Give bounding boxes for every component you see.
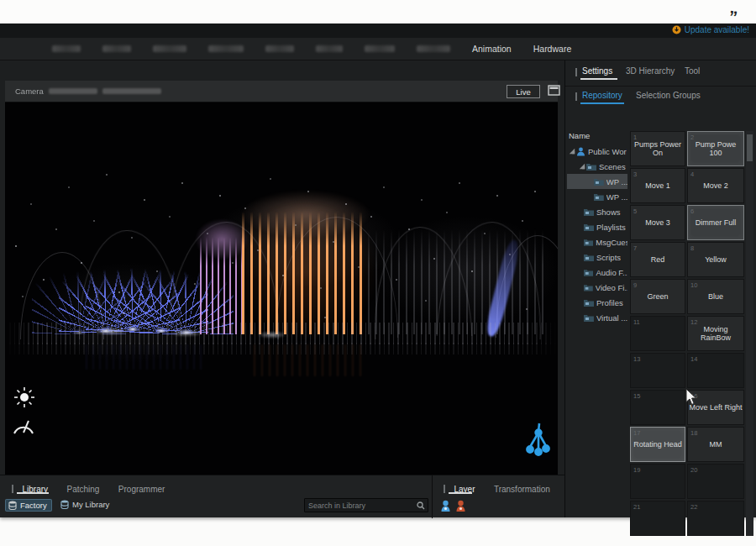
- tree-item-wp[interactable]: WP ...: [567, 189, 627, 204]
- preset-button[interactable]: 3Move 1: [630, 168, 685, 203]
- tree-item-audio-files[interactable]: Audio F...: [567, 265, 627, 280]
- right-panel-tabs: Settings 3D Hierarchy Tool: [565, 64, 756, 82]
- menu-item-illegible[interactable]: [102, 45, 131, 52]
- tab-settings[interactable]: Settings: [582, 66, 612, 76]
- blue-layer-icon[interactable]: [440, 500, 451, 512]
- tab-patching[interactable]: Patching: [66, 485, 99, 494]
- base-highlight: [92, 328, 129, 335]
- folder-icon: [594, 177, 604, 186]
- tree-item-msgcues[interactable]: MsgCues: [567, 234, 627, 249]
- menu-item-illegible[interactable]: [208, 45, 244, 52]
- preset-button[interactable]: 1Pumps Power On: [630, 131, 685, 166]
- sun-icon[interactable]: [13, 386, 35, 408]
- user-icon: [576, 147, 585, 156]
- preset-button[interactable]: 22: [687, 501, 744, 536]
- fountain-orange-jets: [242, 212, 368, 334]
- preset-button[interactable]: 17Rotating Head: [630, 427, 685, 462]
- preset-button[interactable]: 20: [687, 464, 744, 499]
- update-notice[interactable]: Update available!: [672, 25, 749, 34]
- titlebar: Update available!: [0, 24, 756, 38]
- base-highlight: [170, 329, 203, 337]
- panel-divider: [432, 475, 433, 518]
- preset-button[interactable]: 19: [630, 464, 685, 499]
- menu-item-hardware[interactable]: Hardware: [533, 44, 572, 54]
- tab-tool[interactable]: Tool: [685, 66, 700, 76]
- menu-item-illegible[interactable]: [316, 45, 343, 52]
- tab-programmer[interactable]: Programmer: [118, 485, 165, 494]
- preset-button[interactable]: 18MM: [687, 427, 744, 462]
- live-button[interactable]: Live: [507, 85, 540, 98]
- expander-icon[interactable]: [570, 149, 575, 154]
- expander-icon[interactable]: [580, 164, 585, 169]
- preset-button[interactable]: 13: [630, 353, 685, 388]
- tab-selection-groups[interactable]: Selection Groups: [636, 91, 701, 100]
- scan-artifact: ”: [728, 7, 750, 23]
- preset-button[interactable]: 7Red: [630, 242, 685, 277]
- camera-label: Camera: [15, 87, 161, 96]
- library-source-my-library[interactable]: My Library: [60, 500, 109, 509]
- menubar: Animation Hardware: [0, 38, 756, 60]
- tree-item-wp-selected[interactable]: WP ...: [567, 174, 627, 189]
- preset-button[interactable]: 6Dimmer Full: [687, 205, 744, 240]
- tab-repository[interactable]: Repository: [582, 91, 622, 100]
- search-icon: [417, 501, 425, 510]
- tab-3d-hierarchy[interactable]: 3D Hierarchy: [626, 66, 675, 76]
- menu-item-illegible[interactable]: [365, 45, 395, 52]
- folder-icon: [594, 192, 604, 201]
- folder-icon: [584, 268, 593, 276]
- gauge-icon[interactable]: [12, 415, 35, 435]
- right-panel: Settings 3D Hierarchy Tool Repository Se…: [564, 60, 756, 517]
- folder-icon: [586, 162, 596, 171]
- tree-item-video-files[interactable]: Video Fi...: [567, 280, 627, 295]
- base-highlight: [257, 331, 287, 339]
- preset-button[interactable]: 2Pump Powe 100: [687, 131, 744, 166]
- search-input[interactable]: [308, 500, 412, 511]
- preset-button[interactable]: 14: [687, 353, 744, 388]
- database-icon: [8, 501, 17, 510]
- tree-item-public-workspace[interactable]: Public Work...: [567, 144, 627, 159]
- scroll-thumb[interactable]: [747, 134, 753, 161]
- menu-item-illegible[interactable]: [153, 45, 186, 52]
- preset-button[interactable]: 8Yellow: [687, 242, 744, 277]
- reflection-blue: [86, 344, 203, 370]
- update-text: Update available!: [685, 25, 749, 34]
- tree-item-scenes[interactable]: Scenes: [567, 159, 627, 174]
- tree-item-scripts[interactable]: Scripts: [567, 249, 627, 265]
- preset-button[interactable]: 12Moving RainBow: [687, 316, 744, 351]
- preset-button[interactable]: 9Green: [630, 279, 685, 314]
- tab-marker: [12, 485, 13, 493]
- folder-icon: [584, 238, 593, 246]
- tab-transformation[interactable]: Transformation: [494, 485, 550, 494]
- folder-icon: [584, 207, 594, 216]
- camera-label-text: Camera: [15, 87, 44, 96]
- preset-button[interactable]: 11: [630, 316, 685, 351]
- tree-item-profiles[interactable]: Profiles: [567, 295, 627, 310]
- red-layer-icon[interactable]: [455, 500, 466, 512]
- active-subtab-underline: [580, 102, 624, 104]
- app-window: Update available! Animation Hardware Cam…: [0, 24, 756, 517]
- reflection-orange: [254, 344, 361, 376]
- spray-sparkles: [5, 212, 7, 213]
- monitor-icon[interactable]: [548, 85, 560, 97]
- node-tree-icon[interactable]: [526, 422, 551, 459]
- viewport-3d[interactable]: [5, 102, 558, 475]
- vertical-scrollbar[interactable]: [746, 131, 753, 536]
- menu-item-animation[interactable]: Animation: [472, 44, 512, 54]
- preset-button[interactable]: 5Move 3: [630, 205, 685, 240]
- page-margin-top: [0, 0, 756, 24]
- tree-header: Name: [569, 131, 627, 140]
- camera-label-illegible: [102, 88, 161, 94]
- preset-button[interactable]: 10Blue: [687, 279, 744, 314]
- menu-item-illegible[interactable]: [265, 45, 294, 52]
- tree-item-shows[interactable]: Shows: [567, 204, 627, 219]
- tree-item-virtual[interactable]: Virtual ...: [567, 310, 627, 325]
- library-source-factory[interactable]: Factory: [5, 499, 52, 512]
- preset-button[interactable]: 4Move 2: [687, 168, 744, 203]
- preset-button[interactable]: 15: [630, 390, 685, 425]
- preset-button[interactable]: 21: [630, 501, 685, 536]
- selection-preset-grid: 1Pumps Power On 2Pump Powe 100 3Move 1 4…: [630, 131, 744, 536]
- menu-item-illegible[interactable]: [417, 45, 450, 52]
- tree-item-playlists[interactable]: Playlists: [567, 219, 627, 234]
- mouse-cursor: [685, 388, 697, 406]
- menu-item-illegible[interactable]: [52, 45, 81, 52]
